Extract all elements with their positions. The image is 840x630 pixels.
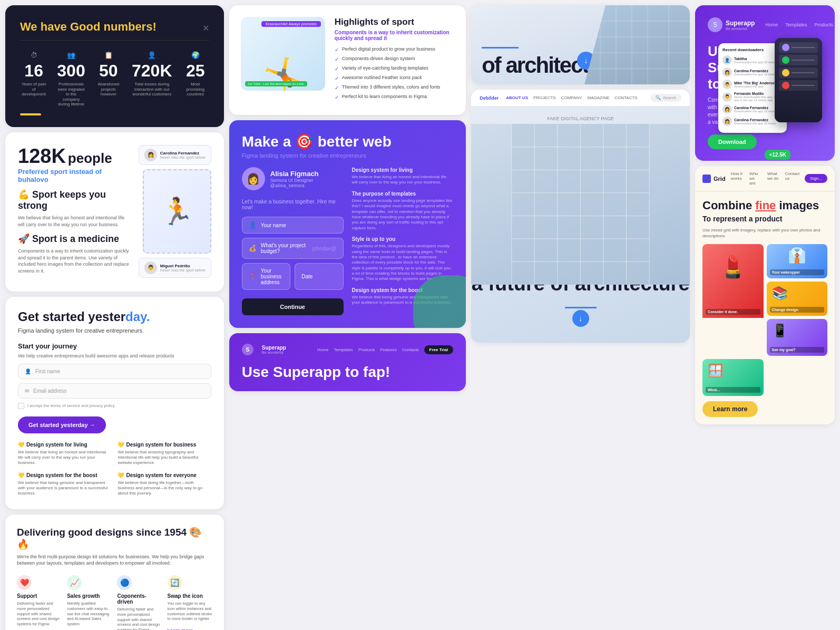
rd-avatar-3: 👨 <box>722 80 732 89</box>
grid-nav-what[interactable]: What we do <box>767 171 780 186</box>
clipboard-icon: 📋 <box>95 51 122 59</box>
rd-item-2: 👩 Carolina Fernandez Downloaded the app … <box>722 67 783 77</box>
nav-projects[interactable]: PROJECTS <box>533 95 556 100</box>
nav-contacts[interactable]: CONTACTS <box>614 95 637 100</box>
people-subtitle: Preferred sport instead of buhalovo <box>18 168 129 183</box>
feature-everyone-body: We believe that doing life together—both… <box>118 480 211 497</box>
arch-center-search[interactable]: 🔍 Search <box>650 94 681 102</box>
address-field[interactable]: 📍 Your business address <box>242 263 290 290</box>
superapp-bottom-nav-features[interactable]: Features <box>380 347 397 352</box>
check-icon-3: ✓ <box>335 66 339 72</box>
nav-products[interactable]: Products <box>814 22 833 27</box>
architecture-center-card: Debilder ABOUT US PROJECTS COMPANY MAGAZ… <box>471 90 690 343</box>
firstname-placeholder: First name <box>35 369 60 374</box>
feature-business-title: 💛Design system for business <box>118 442 211 448</box>
phone-row-1 <box>779 42 818 53</box>
get-started-card: Get started yesterday. Figma landing sys… <box>5 297 224 509</box>
rd-time-6: Downloaded the app 10 times <box>734 122 783 125</box>
superapp-bottom-nav-contacts[interactable]: Contacts <box>402 347 419 352</box>
stat-countries-value: 25 <box>182 61 209 81</box>
stat-customers-label: Total losses during interaction with our… <box>132 82 172 97</box>
globe-icon: 🌍 <box>182 51 209 59</box>
keyboard-image: 📚 Change design <box>767 282 828 316</box>
arch-down-circle[interactable]: ↓ <box>572 310 589 327</box>
grid-logo: Grid <box>702 175 726 183</box>
phone-dot-4 <box>782 82 789 89</box>
check-item-3: ✓ Variety of eye-catching landing templa… <box>335 65 454 72</box>
nav-home[interactable]: Home <box>765 22 778 27</box>
journey-title: Start your journey <box>18 342 211 350</box>
rd-avatar-2: 👩 <box>722 67 732 77</box>
superapp-download-button[interactable]: Download <box>708 134 757 149</box>
get-started-button[interactable]: Get started yesterday → <box>18 416 106 433</box>
started-subtitle: Figma landing system for creative entrep… <box>18 327 211 334</box>
journey-sub: We help creative entrepreneurs build awe… <box>18 353 211 358</box>
arch-center-nav: Debilder ABOUT US PROJECTS COMPANY MAGAZ… <box>471 90 690 106</box>
address-placeholder: Your business address <box>261 268 284 285</box>
section-style-title: Style is up to you <box>352 236 454 242</box>
arch-center-building-svg <box>471 124 690 285</box>
check-item-2: ✓ Components-driven design system <box>335 56 454 62</box>
grid-nav-cta[interactable]: Sign... <box>805 174 827 183</box>
people-count: 128K <box>18 145 66 168</box>
stat-years-value: 16 <box>20 61 47 81</box>
nav-templates[interactable]: Templates <box>785 22 807 27</box>
grid-nav-contact[interactable]: Contact us <box>785 171 800 186</box>
grid-logo-icon <box>702 175 711 183</box>
grid-nav-who[interactable]: Who we are <box>749 171 762 186</box>
phone-line-2 <box>792 60 815 61</box>
stat-projects-label: Abandoned projects however <box>95 82 122 97</box>
highlights-sport-content: Highlights of sport Components is a way … <box>335 17 454 103</box>
budget-field[interactable]: 💰 What's your project budget? johndue@ <box>242 238 344 259</box>
person-handle-1: Never miss the sport before <box>160 156 206 159</box>
check-6: Perfect kit to learn components in Figma <box>342 94 427 100</box>
good-numbers-card: We have Good numbers! ✕ ⏱ 16 Years of pa… <box>5 5 224 127</box>
profile-name: Alisia Figmach <box>270 170 319 178</box>
continue-button[interactable]: Continue <box>242 298 344 315</box>
name-field[interactable]: 👤 Your name <box>242 217 344 234</box>
lipstick-image: 💄 Consider it done. <box>702 244 764 318</box>
grid-nav-how[interactable]: How it works <box>731 171 744 186</box>
superapp-bottom-nav: S Superapp Be wonderful Home Templates P… <box>242 344 453 355</box>
superapp-bottom-nav-products[interactable]: Products <box>358 347 375 352</box>
superapp-top-nav: S Superapp Be wonderful Home Templates P… <box>708 17 822 33</box>
stat-countries-label: Most promising countries <box>182 82 209 97</box>
superapp-bottom-cta[interactable]: Free Trial <box>424 345 454 354</box>
person-card-1: 👩 Carolina Fernandez Never miss the spor… <box>139 145 211 165</box>
date-placeholder: Date <box>301 274 312 279</box>
superapp-bottom-nav-home[interactable]: Home <box>317 347 328 352</box>
terms-checkbox[interactable] <box>18 403 24 409</box>
check-1: Perfect digital product to grow your bus… <box>342 46 435 53</box>
grid-nav: Grid How it works Who we are What we do … <box>695 166 835 191</box>
check-3: Variety of eye-catching landing template… <box>342 65 428 72</box>
learn-more-button[interactable]: Learn more <box>702 401 758 417</box>
keyboard-label: Change design <box>770 307 825 313</box>
components-body: Delivering faster and more personalized … <box>117 607 162 630</box>
phone-label: See my goal? <box>770 347 825 353</box>
superapp-bottom-name: Superapp <box>262 345 286 351</box>
firstname-input[interactable]: 👤 First name <box>18 364 211 379</box>
feature-everyone-title: 💛Design system for everyone <box>118 472 211 478</box>
arch-accent-line <box>482 47 519 49</box>
nav-company[interactable]: COMPANY <box>561 95 582 100</box>
superapp-bottom-nav-templates[interactable]: Templates <box>334 347 353 352</box>
date-field[interactable]: Date <box>295 263 343 290</box>
close-icon[interactable]: ✕ <box>202 23 209 33</box>
nav-about[interactable]: ABOUT US <box>506 95 528 100</box>
superapp-nav-items: Home Templates Products Features Contact… <box>765 22 835 27</box>
grid-img-portrait: 👔 Your wakespper <box>767 244 828 278</box>
email-input[interactable]: ✉ Email address <box>18 383 211 399</box>
arch-center-nav-items: ABOUT US PROJECTS COMPANY MAGAZINE CONTA… <box>506 95 638 100</box>
phone-line-1 <box>792 47 815 48</box>
grid-content: Combine fine images To represent a produ… <box>695 191 835 424</box>
check-item-4: ✓ Awesome outlined Feather icons pack <box>335 75 454 81</box>
stat-years-label: Years of pain of development <box>20 82 47 97</box>
nav-magazine[interactable]: MAGAZINE <box>588 95 610 100</box>
person-card-2: 👨 Miguel Pedrillo Never miss the sport b… <box>139 258 211 278</box>
rd-title: Recent downloaders <box>722 47 783 52</box>
feature-boost-title: 💛Design system for the boost <box>18 472 111 478</box>
swap-learn-more[interactable]: Learn more <box>168 628 193 630</box>
terms-text: I accept the terms of service and privac… <box>27 403 115 408</box>
stat-professionals-value: 300 <box>57 61 85 81</box>
sales-body: Identify qualified customers with easy-t… <box>67 601 112 627</box>
